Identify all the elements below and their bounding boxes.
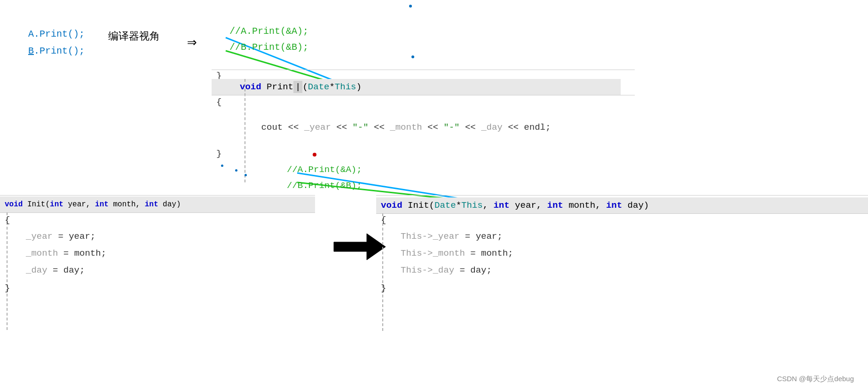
dashed-vert-init-l	[7, 212, 8, 330]
init-right-signature-bg: void Init(Date*This, int year, int month…	[376, 197, 868, 213]
separator-init-left-2	[0, 212, 315, 213]
comment-line-a-top: //A.Print(&A);	[229, 24, 308, 39]
void-kw-init-r: void	[381, 200, 402, 211]
call-b-text: B	[28, 46, 34, 56]
compiler-label: 编译器视角	[108, 29, 160, 43]
separator-print	[212, 95, 635, 95]
void-kw: void	[240, 82, 261, 92]
init-right-line1: This->_year = year;	[401, 231, 503, 242]
cout-line: cout << _year << "-" << _month << "-" <<…	[240, 112, 551, 143]
arrow-right-top: ⇒	[187, 32, 197, 52]
separator-top	[212, 70, 635, 70]
cursor-highlight: |	[293, 81, 302, 93]
separator-init-right	[376, 195, 868, 196]
red-dot	[313, 153, 316, 157]
page-container: A.Print(); B.Print(); 编译器视角 ⇒ //A.Print(…	[0, 0, 868, 392]
comment-a-mid: //A.Print(&A);	[287, 165, 362, 175]
dot-1	[409, 5, 412, 8]
star: *	[329, 82, 334, 92]
call-b-rest: .Print();	[34, 46, 85, 56]
print-close-brace: }	[216, 149, 221, 159]
watermark: CSDN @每天少点debug	[777, 375, 854, 384]
init-name-r: Init(	[408, 200, 434, 211]
print-params: (	[302, 82, 308, 92]
dot-3	[221, 165, 223, 167]
dot-2	[411, 55, 414, 58]
print-signature-bg: void Print|(Date*This)	[212, 79, 621, 95]
print-open-brace: {	[216, 97, 221, 107]
top-right-comments: //A.Print(&A); //B.Print(&B);	[229, 24, 308, 55]
init-left-close: }	[5, 283, 10, 293]
dashed-vert-init-r	[382, 213, 383, 331]
init-right-open: {	[381, 215, 386, 225]
init-left-line1: _year = year;	[26, 231, 95, 242]
close-paren: )	[356, 82, 361, 92]
init-right-close: }	[381, 283, 386, 293]
top-left-calls: A.Print(); B.Print();	[28, 26, 85, 60]
comment-b-mid: //B.Print(&B);	[287, 180, 362, 191]
comment-line-b-top: //B.Print(&B);	[229, 39, 308, 55]
call-a-text: A.Print();	[28, 29, 85, 39]
init-right-line2: This->_month = month;	[401, 248, 513, 259]
init-left-sig-text: void Init(int year, int month, int day)	[5, 200, 181, 209]
call-line-a: A.Print();	[28, 26, 85, 43]
this-param: This	[335, 82, 356, 92]
print-signature-text: void Print|(Date*This)	[240, 82, 362, 92]
diagram-lines	[0, 0, 868, 392]
date-type-r: Date	[434, 200, 456, 211]
init-left-line2: _month = month;	[26, 248, 106, 259]
init-right-sig-text: void Init(Date*This, int year, int month…	[381, 200, 649, 211]
date-type: Date	[308, 82, 330, 92]
dot-5	[245, 174, 247, 176]
dot-4	[235, 169, 237, 172]
init-left-open: {	[5, 215, 10, 225]
call-line-b: B.Print();	[28, 43, 85, 60]
hollow-arrow	[334, 234, 386, 260]
space1: Print	[267, 82, 293, 92]
separator-init-right-2	[376, 213, 868, 214]
init-right-line3: This->_day = day;	[401, 265, 492, 275]
init-left-signature-bg: void Init(int year, int month, int day)	[0, 196, 315, 212]
separator-init-left	[0, 195, 315, 196]
init-left-line3: _day = day;	[26, 265, 85, 275]
